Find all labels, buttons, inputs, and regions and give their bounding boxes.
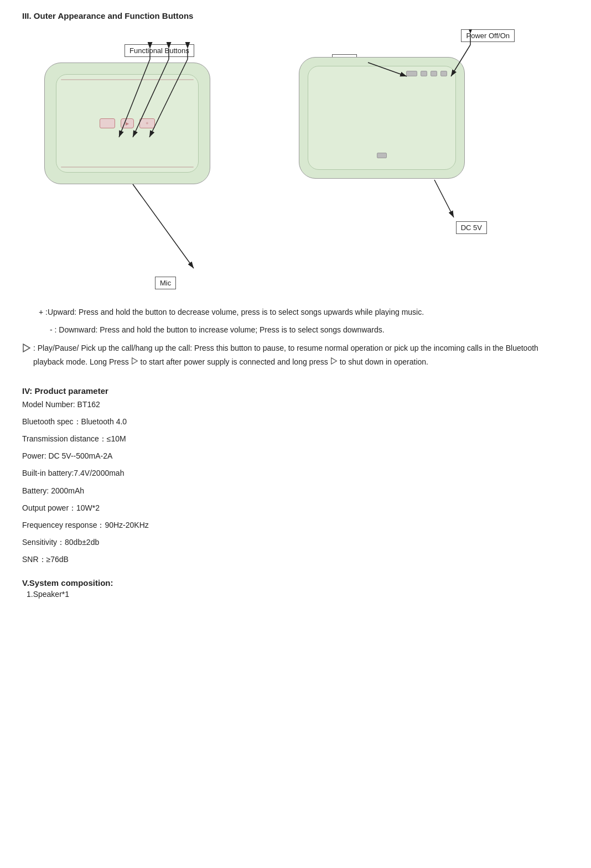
play-icon-inline2	[330, 355, 338, 369]
output-power: Output power：10W*2	[22, 501, 569, 515]
minus-description: - : Downward: Press and hold the button …	[50, 324, 569, 337]
section-5-title: V.System composition:	[22, 578, 569, 588]
snr: SNR：≥76dB	[22, 553, 569, 566]
dc5v-label: DC 5V	[456, 221, 487, 234]
svg-line-14	[434, 180, 454, 217]
speaker-image-left: ▶ +	[44, 63, 210, 184]
descriptions: + :Upward: Press and hold the button to …	[22, 306, 569, 370]
section-4: IV: Product parameter Model Number: BT16…	[22, 386, 569, 567]
svg-line-5	[133, 184, 194, 268]
functional-buttons-label: Functional Buttons	[125, 44, 194, 57]
model-number: Model Number: BT162	[22, 398, 569, 412]
battery: Battery: 2000mAh	[22, 484, 569, 498]
right-diagram: Power Off/On AUX	[288, 29, 520, 240]
bluetooth-spec: Bluetooth spec：Bluetooth 4.0	[22, 415, 569, 429]
speaker-image-right	[299, 57, 465, 179]
diagram-area: Functional Buttons ▶ +	[22, 29, 569, 295]
sensitivity: Sensitivity：80db±2db	[22, 536, 569, 549]
transmission: Transmission distance：≤10M	[22, 432, 569, 446]
play-icon-large	[22, 343, 31, 357]
plus-description: + :Upward: Press and hold the button to …	[39, 306, 569, 319]
power-param: Power: DC 5V--500mA-2A	[22, 449, 569, 463]
play-icon-inline1	[131, 355, 138, 369]
battery-builtin: Built-in battery:7.4V/2000mah	[22, 466, 569, 480]
section-5: V.System composition: 1.Speaker*1	[22, 578, 569, 599]
mic-label: Mic	[155, 277, 176, 289]
svg-marker-16	[132, 358, 137, 364]
section-4-title: IV: Product parameter	[22, 386, 569, 396]
left-diagram: Functional Buttons ▶ +	[22, 29, 255, 295]
system-item-1: 1.Speaker*1	[27, 590, 569, 599]
play-description: : Play/Pause/ Pick up the call/hang up t…	[22, 341, 569, 370]
svg-marker-15	[23, 344, 30, 352]
svg-marker-17	[331, 358, 336, 364]
section-3-title: III. Outer Appearance and Function Butto…	[22, 11, 569, 20]
power-label: Power Off/On	[461, 29, 515, 42]
frequency-response: Frequencey response：90Hz-20KHz	[22, 518, 569, 532]
